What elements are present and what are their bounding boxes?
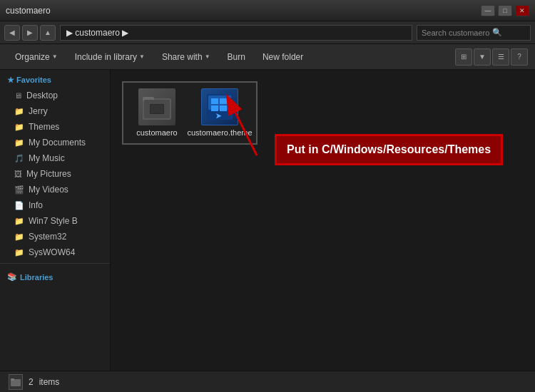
back-button[interactable]: ◀ <box>4 25 20 41</box>
win7-style-icon: 📁 <box>14 217 24 226</box>
svg-rect-8 <box>220 98 227 104</box>
sidebar-item-desktop[interactable]: 🖥 Desktop <box>0 88 110 103</box>
close-button[interactable]: ✕ <box>515 5 529 16</box>
window-controls: — □ ✕ <box>481 5 529 16</box>
libraries-icon: 📚 <box>7 272 17 282</box>
title-bar: customaero — □ ✕ <box>0 0 535 21</box>
theme-icon: ➤ <box>201 88 238 125</box>
include-library-dropdown-arrow: ▼ <box>139 53 145 60</box>
forward-button[interactable]: ▶ <box>22 25 38 41</box>
address-bar: ◀ ▶ ▲ ▶ customaero ▶ Search customaero 🔍 <box>0 21 535 44</box>
include-library-button[interactable]: Include in library ▼ <box>67 47 153 67</box>
svg-text:➤: ➤ <box>215 112 222 120</box>
status-items-label: items <box>39 377 60 387</box>
svg-rect-9 <box>211 105 218 111</box>
sidebar-label-my-videos: My Videos <box>29 185 68 195</box>
instruction-box: Put in C/Windows/Resources/Themes <box>275 134 503 165</box>
share-with-dropdown-arrow: ▼ <box>205 53 210 60</box>
view-grid-button[interactable]: ⊞ <box>455 48 472 66</box>
svg-rect-15 <box>11 378 14 381</box>
sidebar-item-syswow64[interactable]: 📁 SysWOW64 <box>0 244 110 260</box>
help-button[interactable]: ? <box>511 48 528 66</box>
search-icon: 🔍 <box>492 28 502 37</box>
sidebar-label-syswow64: SysWOW64 <box>29 247 75 257</box>
svg-rect-7 <box>211 98 218 104</box>
file-item-customaero-theme[interactable]: ➤ customaero.theme <box>192 88 248 138</box>
search-box[interactable]: Search customaero 🔍 <box>417 25 531 41</box>
nav-buttons: ◀ ▶ ▲ <box>4 25 56 41</box>
view-dropdown-button[interactable]: ▼ <box>474 48 491 66</box>
file-label-customaero: customaero <box>136 128 177 138</box>
libraries-header: 📚 Libraries <box>0 267 110 284</box>
sidebar-label-my-documents: My Documents <box>29 138 86 148</box>
sidebar-item-my-pictures[interactable]: 🖼 My Pictures <box>0 166 110 182</box>
files-container: customaero ➤ c <box>122 81 258 145</box>
view-buttons: ⊞ ▼ ☰ ? <box>455 48 528 66</box>
organize-button[interactable]: Organize ▼ <box>7 47 66 67</box>
main-container: ★ Favorites 🖥 Desktop 📁 Jerry 📁 Themes 📁… <box>0 70 535 371</box>
address-path[interactable]: ▶ customaero ▶ <box>60 25 412 41</box>
sidebar-label-jerry: Jerry <box>29 106 48 116</box>
desktop-icon: 🖥 <box>14 91 22 100</box>
file-label-customaero-theme: customaero.theme <box>187 128 252 138</box>
status-bar: 2 items <box>0 371 535 392</box>
view-list-button[interactable]: ☰ <box>492 48 509 66</box>
favorites-header: ★ Favorites <box>0 70 110 88</box>
sidebar-item-jerry[interactable]: 📁 Jerry <box>0 103 110 119</box>
sidebar-label-desktop: Desktop <box>26 91 58 100</box>
jerry-icon: 📁 <box>14 107 24 116</box>
share-with-button[interactable]: Share with ▼ <box>154 47 218 67</box>
sidebar-label-win7-style: Win7 Style B <box>29 216 78 226</box>
instruction-text: Put in C/Windows/Resources/Themes <box>287 143 491 155</box>
sidebar: ★ Favorites 🖥 Desktop 📁 Jerry 📁 Themes 📁… <box>0 70 111 371</box>
sidebar-label-info: Info <box>29 200 43 210</box>
my-videos-icon: 🎬 <box>14 185 24 195</box>
file-item-customaero[interactable]: customaero <box>129 88 185 138</box>
minimize-button[interactable]: — <box>481 5 495 16</box>
status-folder-icon <box>9 374 23 390</box>
sidebar-item-info[interactable]: 📄 Info <box>0 197 110 213</box>
sidebar-item-my-videos[interactable]: 🎬 My Videos <box>0 182 110 197</box>
sidebar-item-win7-style[interactable]: 📁 Win7 Style B <box>0 213 110 229</box>
system32-icon: 📁 <box>14 232 24 242</box>
sidebar-item-system32[interactable]: 📁 System32 <box>0 229 110 244</box>
my-documents-icon: 📁 <box>14 138 24 148</box>
content-area: customaero ➤ c <box>111 70 535 371</box>
title-text: customaero <box>6 6 51 16</box>
up-button[interactable]: ▲ <box>40 25 56 41</box>
sidebar-item-themes[interactable]: 📁 Themes <box>0 119 110 135</box>
sidebar-label-my-pictures: My Pictures <box>26 169 71 179</box>
my-music-icon: 🎵 <box>14 154 24 163</box>
sidebar-item-my-documents[interactable]: 📁 My Documents <box>0 135 110 150</box>
my-pictures-icon: 🖼 <box>14 170 22 178</box>
sidebar-label-system32: System32 <box>29 232 66 242</box>
search-placeholder: Search customaero <box>422 29 489 37</box>
sidebar-label-my-music: My Music <box>29 153 65 163</box>
burn-button[interactable]: Burn <box>220 47 253 67</box>
svg-rect-4 <box>151 105 163 113</box>
svg-rect-10 <box>220 105 227 111</box>
syswow64-icon: 📁 <box>14 248 24 257</box>
sidebar-divider <box>0 263 110 264</box>
themes-icon: 📁 <box>14 123 24 132</box>
organize-dropdown-arrow: ▼ <box>52 53 58 60</box>
new-folder-button[interactable]: New folder <box>255 47 311 67</box>
sidebar-item-my-music[interactable]: 🎵 My Music <box>0 150 110 166</box>
sidebar-label-themes: Themes <box>29 122 59 132</box>
status-count: 2 <box>29 377 34 387</box>
toolbar: Organize ▼ Include in library ▼ Share wi… <box>0 44 535 70</box>
maximize-button[interactable]: □ <box>498 5 512 16</box>
folder-icon <box>138 88 175 125</box>
info-icon: 📄 <box>14 201 24 210</box>
